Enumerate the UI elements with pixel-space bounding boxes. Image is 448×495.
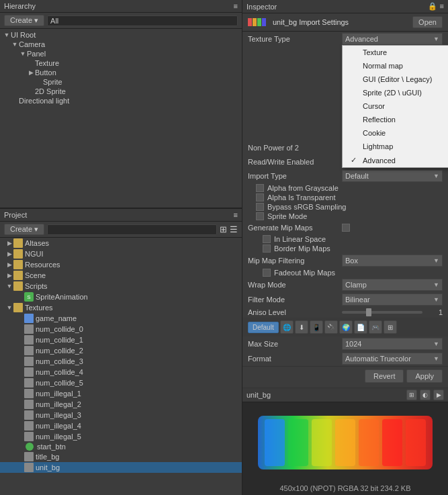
extra-platform-icon[interactable]: ⊞: [384, 320, 397, 334]
file-num-illegal-5[interactable]: num_illegal_5: [0, 431, 242, 442]
file-title-bg[interactable]: title_bg: [0, 451, 242, 462]
lock-icon[interactable]: 🔒: [428, 2, 437, 11]
hierarchy-tree: ▼ UI Root ▼ Camera ▼ Panel Texture ▶ But…: [0, 29, 242, 208]
preview-icon-3[interactable]: ▶: [433, 390, 444, 400]
gamepad-platform-icon[interactable]: 🎮: [369, 320, 382, 334]
dropdown-item-normal-map[interactable]: Normal map: [343, 59, 448, 73]
color-dot-orange: [253, 18, 257, 26]
texture-type-label: Texture Type: [248, 35, 342, 43]
dropdown-item-cursor[interactable]: Cursor: [343, 99, 448, 113]
mobile-platform-icon[interactable]: 📱: [310, 320, 323, 334]
dropdown-item-advanced[interactable]: ✓Advanced: [343, 153, 448, 167]
project-icon-1[interactable]: ⊞: [220, 224, 227, 234]
hierarchy-header: Hierarchy ≡: [0, 0, 242, 13]
max-size-label: Max Size: [248, 340, 342, 348]
filter-mode-dropdown[interactable]: Bilinear ▼: [342, 294, 443, 306]
svg-rect-3: [312, 419, 332, 466]
svg-rect-6: [382, 419, 402, 466]
folder-icon: [13, 281, 23, 291]
tree-item-panel[interactable]: ▼ Panel: [0, 49, 242, 58]
file-unit-bg[interactable]: unit_bg: [0, 462, 242, 473]
aniso-slider[interactable]: [342, 311, 422, 314]
preview-icon-2[interactable]: ◐: [420, 390, 431, 400]
tree-item-camera[interactable]: ▼ Camera: [0, 40, 242, 49]
hierarchy-title: Hierarchy: [4, 2, 36, 10]
dropdown-item-gui[interactable]: GUI (Editor \ Legacy): [343, 73, 448, 86]
color-dot-green: [257, 18, 261, 26]
tree-item-dirlight[interactable]: Directional light: [0, 96, 242, 105]
folder-icon: [13, 303, 23, 312]
open-button[interactable]: Open: [412, 16, 443, 28]
globe-platform-icon[interactable]: 🌍: [339, 320, 353, 334]
fadeout-mip-maps-checkbox[interactable]: [263, 269, 271, 277]
wrap-mode-dropdown[interactable]: Clamp ▼: [342, 279, 443, 291]
border-mip-maps-checkbox[interactable]: [263, 244, 271, 253]
menu-icon[interactable]: ≡: [440, 2, 444, 11]
alpha-transparent-label: Alpha Is Transparent: [267, 193, 336, 201]
dropdown-item-lightmap[interactable]: Lightmap: [343, 140, 448, 153]
preview-icon-1[interactable]: ⊞: [406, 390, 417, 400]
dropdown-item-reflection[interactable]: Reflection: [343, 113, 448, 126]
revert-button[interactable]: Revert: [365, 369, 404, 383]
plugin-platform-icon[interactable]: 🔌: [324, 320, 338, 334]
sprite-mode-checkbox[interactable]: [256, 212, 264, 220]
file-num-collide-3[interactable]: num_collide_3: [0, 356, 242, 367]
file-num-illegal-4[interactable]: num_illegal_4: [0, 420, 242, 431]
file-num-collide-2[interactable]: num_collide_2: [0, 345, 242, 356]
inspector-title-row: unit_bg Import Settings Open: [242, 13, 448, 32]
folder-resources[interactable]: ▶ Resources: [0, 259, 242, 270]
folder-altases[interactable]: ▶ Altases: [0, 238, 242, 249]
sprite-mode-label: Sprite Mode: [267, 212, 307, 220]
alpha-grayscale-checkbox[interactable]: [256, 184, 264, 192]
project-search-input[interactable]: [47, 224, 217, 235]
file-game-name[interactable]: game_name: [0, 313, 242, 324]
max-size-dropdown[interactable]: 1024 ▼: [342, 338, 443, 350]
file-num-collide-4[interactable]: num_collide_4: [0, 367, 242, 377]
file-num-collide-0[interactable]: num_collide_0: [0, 324, 242, 334]
file-icon: [24, 452, 34, 461]
project-create-button[interactable]: Create ▾: [4, 224, 44, 235]
script-platform-icon[interactable]: 📄: [354, 320, 367, 334]
bypass-srgb-checkbox[interactable]: [256, 203, 264, 211]
mip-map-filtering-dropdown[interactable]: Box ▼: [342, 255, 443, 267]
texture-type-row: Texture Type Advanced ▼ Texture Normal m…: [242, 32, 448, 46]
web-platform-icon[interactable]: 🌐: [280, 320, 294, 334]
file-icon: [24, 314, 34, 323]
generate-mip-maps-checkbox[interactable]: [342, 224, 350, 232]
folder-scripts[interactable]: ▼ Scripts: [0, 281, 242, 291]
file-icon: [24, 367, 34, 377]
texture-type-dropdown[interactable]: Advanced ▼: [342, 33, 443, 45]
file-spriteanimation[interactable]: S SpriteAnimation: [0, 291, 242, 302]
hierarchy-create-button[interactable]: Create ▾: [4, 15, 44, 26]
file-num-illegal-2[interactable]: num_illegal_2: [0, 399, 242, 410]
download-platform-icon[interactable]: ⬇: [295, 320, 308, 334]
file-num-illegal-3[interactable]: num_illegal_3: [0, 410, 242, 420]
tree-item-sprite[interactable]: Sprite: [0, 77, 242, 87]
linear-space-checkbox[interactable]: [263, 235, 271, 243]
tree-item-button[interactable]: ▶ Button: [0, 68, 242, 77]
file-num-illegal-1[interactable]: num_illegal_1: [0, 388, 242, 399]
file-num-collide-5[interactable]: num_collide_5: [0, 377, 242, 388]
linear-space-label: In Linear Space: [274, 235, 326, 243]
project-header: Project ≡: [0, 209, 242, 222]
project-icon-2[interactable]: ☰: [230, 224, 238, 234]
dropdown-item-sprite[interactable]: Sprite (2D \ uGUI): [343, 86, 448, 99]
tree-item-texture[interactable]: Texture: [0, 58, 242, 68]
import-type-dropdown[interactable]: Default ▼: [342, 170, 443, 182]
folder-scene[interactable]: ▶ Scene: [0, 270, 242, 281]
alpha-transparent-checkbox[interactable]: [256, 193, 264, 201]
file-start-btn[interactable]: start_btn: [0, 442, 242, 451]
dropdown-item-texture[interactable]: Texture: [343, 46, 448, 59]
filter-mode-label: Filter Mode: [248, 296, 342, 304]
folder-textures[interactable]: ▼ Textures: [0, 302, 242, 313]
format-dropdown[interactable]: Automatic Truecolor ▼: [342, 353, 443, 365]
tree-arrow: ▼: [3, 32, 11, 38]
tree-item-2dsprite[interactable]: 2D Sprite: [0, 87, 242, 96]
file-num-collide-1[interactable]: num_collide_1: [0, 334, 242, 345]
default-platform-button[interactable]: Default: [248, 322, 279, 333]
dropdown-item-cookie[interactable]: Cookie: [343, 126, 448, 140]
folder-ngui[interactable]: ▶ NGUI: [0, 249, 242, 259]
apply-button[interactable]: Apply: [406, 369, 443, 383]
hierarchy-search-input[interactable]: [47, 15, 238, 26]
tree-item-ui-root[interactable]: ▼ UI Root: [0, 30, 242, 40]
